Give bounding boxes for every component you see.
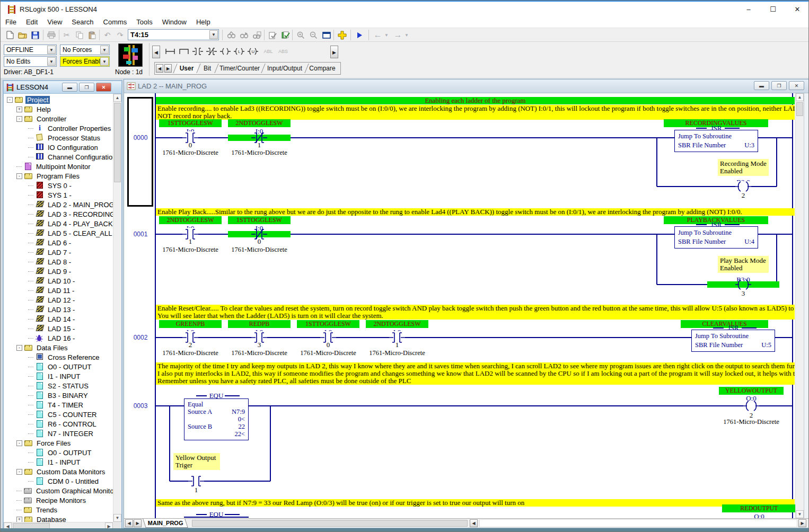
palette-tab-timer-counter[interactable]: Timer/Counter bbox=[216, 63, 263, 74]
run-button[interactable] bbox=[354, 29, 366, 41]
tree-item-project[interactable]: -Project bbox=[7, 95, 113, 104]
tree-item-n7-integer[interactable]: N7 - INTEGER bbox=[28, 429, 113, 438]
tree-item-i1-input[interactable]: I1 - INPUT bbox=[28, 371, 113, 381]
copy-button[interactable] bbox=[73, 29, 85, 41]
ladder-hscroll-left[interactable]: ◀ bbox=[470, 519, 478, 527]
menu-view[interactable]: View bbox=[42, 16, 67, 28]
verify-project-button[interactable] bbox=[279, 29, 292, 41]
rung-comment[interactable]: I also put my interlocks in LAD2, this w… bbox=[156, 370, 795, 377]
palette-tab-bit[interactable]: Bit bbox=[198, 63, 216, 74]
rung-comment[interactable]: Enable Reset/Clear..... To clear the val… bbox=[156, 305, 795, 312]
branch-icon[interactable] bbox=[178, 47, 190, 56]
rung-number[interactable]: 0003 bbox=[126, 402, 155, 410]
collapse-icon[interactable]: - bbox=[16, 173, 22, 179]
edits-dropdown[interactable]: No Edits▼ bbox=[4, 56, 57, 67]
symbol-label[interactable]: 1STTOGGLESW bbox=[297, 320, 359, 328]
tree-item-custom-data-monitors[interactable]: -Custom Data Monitors bbox=[16, 467, 113, 476]
edits-dropdown-arrow[interactable]: ▼ bbox=[47, 57, 56, 66]
open-file-button[interactable] bbox=[16, 29, 29, 41]
maximize-button[interactable]: ☐ bbox=[761, 2, 785, 17]
menu-file[interactable]: File bbox=[1, 16, 21, 28]
tree-item-channel-configuration[interactable]: Channel Configuration bbox=[28, 152, 113, 162]
cut-button[interactable]: ✂ bbox=[60, 29, 73, 41]
tree-item-controller[interactable]: -Controller bbox=[16, 114, 113, 123]
tree-item-io-configuration[interactable]: IO Configuration bbox=[28, 143, 113, 152]
symbol-label[interactable]: 1STTOGGLESW bbox=[159, 119, 222, 127]
ote-coil-icon[interactable] bbox=[219, 47, 232, 56]
nav-back-button[interactable]: ← bbox=[372, 29, 384, 41]
ladder-restore-button[interactable]: ❐ bbox=[771, 81, 787, 90]
tree-vscrollbar[interactable]: ▲ ▼ bbox=[113, 94, 121, 522]
expand-icon[interactable]: + bbox=[16, 107, 22, 112]
abl-instruction-icon[interactable]: ABL bbox=[261, 47, 275, 56]
nav-forward-button[interactable]: → bbox=[392, 29, 404, 41]
tree-item-b3-binary[interactable]: B3 - BINARY bbox=[28, 391, 113, 400]
symbol-label[interactable]: GREENPB bbox=[159, 320, 222, 328]
tree-item-lad-15-[interactable]: LAD 15 - bbox=[28, 324, 113, 333]
tree-item-r6-control[interactable]: R6 - CONTROL bbox=[28, 419, 113, 429]
otu-coil-icon[interactable]: U bbox=[247, 47, 259, 56]
address-combobox-arrow[interactable]: ▼ bbox=[209, 30, 218, 39]
rung-comment[interactable]: Remember unless you have a safety rated … bbox=[156, 377, 795, 385]
tree-item-sys-1-[interactable]: SYS 1 - bbox=[28, 190, 113, 200]
tree-item-cross-reference[interactable]: Cross Reference bbox=[28, 352, 113, 362]
tree-item-o0-output[interactable]: O0 - OUTPUT bbox=[28, 362, 113, 371]
redo-button[interactable]: ↷ bbox=[114, 29, 126, 41]
tree-item-lad-5-clear-all[interactable]: LAD 5 - CLEAR_ALL bbox=[28, 228, 113, 238]
tree-item-recipe-monitors[interactable]: Recipe Monitors bbox=[16, 495, 113, 505]
paste-button[interactable] bbox=[86, 29, 98, 41]
rung-comment[interactable]: You will see later that when the Ladder … bbox=[156, 312, 795, 320]
symbol-label[interactable]: 1STTOGGLESW bbox=[228, 216, 291, 224]
tree-item-cdm-0-untitled[interactable]: CDM 0 - Untitled bbox=[28, 476, 113, 486]
symbol-label[interactable]: 2NDTOGGLESW bbox=[159, 216, 222, 224]
tab-main-prog[interactable]: MAIN_PROG bbox=[143, 519, 188, 528]
ladder-tab-scroll-left[interactable]: ◀ bbox=[125, 519, 133, 527]
palette-scroll-left[interactable]: ◀ bbox=[152, 46, 160, 58]
find-replace-button[interactable] bbox=[251, 29, 263, 41]
tree-item-controller-properties[interactable]: iController Properties bbox=[28, 123, 113, 133]
ladder-close-button[interactable]: ✕ bbox=[789, 81, 804, 90]
collapse-icon[interactable]: - bbox=[16, 345, 22, 351]
ote-coil[interactable] bbox=[735, 181, 751, 192]
palette-tabs-right[interactable]: ▶ bbox=[164, 64, 172, 73]
xio-contact-icon[interactable] bbox=[205, 47, 218, 56]
tree-item-lad-16-[interactable]: LAD 16 - bbox=[28, 333, 113, 343]
rung-comment[interactable]: Enable recording.... to enable Lad3 ((RE… bbox=[156, 105, 795, 112]
symbol-label[interactable]: 2NDTOGGLESW bbox=[228, 119, 291, 127]
forces-dropdown-arrow[interactable]: ▼ bbox=[100, 46, 109, 54]
tree-item-program-files[interactable]: -Program Files bbox=[16, 171, 113, 181]
rung-number[interactable]: 0000 bbox=[126, 134, 155, 141]
symbol-label[interactable]: YELLOWOUTPUT bbox=[719, 387, 784, 395]
palette-tab-input-output[interactable]: Input/Output bbox=[263, 63, 306, 74]
ladder-tab-scroll-right[interactable]: ▶ bbox=[134, 519, 142, 527]
tree-item-lad-9-[interactable]: LAD 9 - bbox=[28, 267, 113, 276]
tree-item-processor-status[interactable]: Processor Status bbox=[28, 133, 113, 143]
rung-comment[interactable]: Enable Play Back.....Similar to the rung… bbox=[156, 208, 795, 216]
tree-item-t4-timer[interactable]: T4 - TIMER bbox=[28, 400, 113, 410]
tree-item-lad-6-[interactable]: LAD 6 - bbox=[28, 238, 113, 247]
rung-number[interactable]: 0001 bbox=[126, 230, 155, 238]
tree-item-help[interactable]: +Help bbox=[16, 104, 113, 114]
mode-dropdown-arrow[interactable]: ▼ bbox=[47, 46, 56, 54]
palette-tabs-left[interactable]: ◀ bbox=[156, 64, 163, 73]
tree-item-c5-counter[interactable]: C5 - COUNTER bbox=[28, 410, 113, 419]
tree-item-custom-graphical-monitors[interactable]: Custom Graphical Monitors bbox=[16, 486, 113, 495]
tree-item-trends[interactable]: Trends bbox=[16, 505, 113, 515]
rung-comment[interactable]: Same as the above rung, but if N7:9 = 33… bbox=[156, 499, 795, 507]
new-component-button[interactable] bbox=[336, 29, 348, 41]
minimize-button[interactable]: – bbox=[736, 2, 761, 17]
tree-item-lad-3-recording[interactable]: LAD 3 - RECORDING bbox=[28, 209, 113, 219]
tree-item-o0-output[interactable]: O0 - OUTPUT bbox=[28, 448, 113, 457]
find-button[interactable] bbox=[225, 29, 238, 41]
palette-tab-compare[interactable]: Compare bbox=[306, 63, 338, 74]
tree-item-lad-7-[interactable]: LAD 7 - bbox=[28, 247, 113, 257]
palette-scroll-right[interactable]: ▶ bbox=[330, 46, 338, 58]
ladder-hscroll-track[interactable] bbox=[479, 519, 797, 527]
close-button[interactable]: ✕ bbox=[785, 2, 809, 17]
tree-minimize-button[interactable]: ▬ bbox=[62, 83, 77, 92]
tree-item-i1-input[interactable]: I1 - INPUT bbox=[28, 457, 113, 467]
zoom-out-button[interactable] bbox=[307, 29, 320, 41]
tree-item-lad-13-[interactable]: LAD 13 - bbox=[28, 305, 113, 314]
collapse-icon[interactable]: - bbox=[16, 469, 22, 475]
rung-comment[interactable]: NOT record nor play back. bbox=[156, 112, 795, 120]
